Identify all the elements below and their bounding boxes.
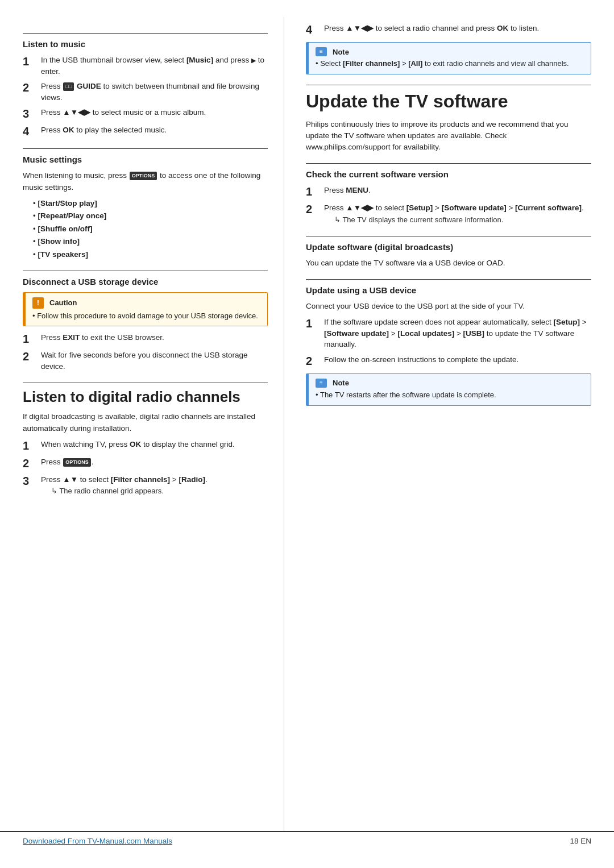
divider-update-usb — [306, 279, 591, 280]
list-item: [TV speakers] — [33, 249, 268, 260]
list-item: [Shuffle on/off] — [33, 223, 268, 235]
divider-disconnect-usb — [23, 271, 268, 271]
divider-listen-music — [23, 33, 268, 34]
footer-page: 18 EN — [570, 837, 591, 845]
list-item: [Show info] — [33, 236, 268, 247]
digital-radio-step4-area: 4 Press ▲▼◀▶ to select a radio channel a… — [306, 23, 591, 74]
guide-icon: □□ — [63, 82, 74, 91]
update-software-intro: Philips continuously tries to improve it… — [306, 119, 591, 153]
step-text: If the software update screen does not a… — [324, 317, 591, 350]
step-text: Press ▲▼◀▶ to select [Setup] > [Software… — [324, 202, 591, 225]
update-usb-note: ≡ Note • The TV restarts after the softw… — [306, 373, 591, 406]
step-text: Follow the on-screen instructions to com… — [324, 354, 591, 366]
note-text: • Select [Filter channels] > [All] to ex… — [316, 59, 584, 69]
step-text: When watching TV, press OK to display th… — [41, 439, 268, 450]
digital-radio-title: Listen to digital radio channels — [23, 389, 268, 406]
list-item: 1 Press MENU. — [306, 185, 591, 198]
note-icon-2: ≡ — [316, 379, 327, 388]
update-digital-title: Update software (digital broadcasts) — [306, 242, 591, 252]
list-item: [Repeat/Play once] — [33, 210, 268, 222]
options-icon-2: OPTIONS — [63, 458, 91, 467]
music-options-list: [Start/Stop play] [Repeat/Play once] [Sh… — [23, 198, 268, 260]
footer: Downloaded From TV-Manual.com Manuals 18… — [0, 831, 614, 845]
page: Listen to music 1 In the USB thumbnail b… — [0, 0, 614, 868]
note-label-2: Note — [333, 379, 349, 387]
list-item: 4 Press OK to play the selected music. — [23, 124, 268, 138]
step-text: Press ▲▼◀▶ to select music or a music al… — [41, 107, 268, 118]
step-text: Press □□ GUIDE to switch between thumbna… — [41, 81, 268, 103]
check-version-steps: 1 Press MENU. 2 Press ▲▼◀▶ to select [Se… — [306, 185, 591, 225]
update-software-title: Update the TV software — [306, 91, 591, 112]
list-item: 1 If the software update screen does not… — [306, 317, 591, 350]
step-text: Press ▲▼ to select [Filter channels] > [… — [41, 474, 268, 497]
divider-digital-radio — [23, 383, 268, 383]
note-label: Note — [333, 48, 349, 56]
step-text: In the USB thumbnail browser view, selec… — [41, 55, 268, 77]
caution-box: ! Caution • Follow this procedure to avo… — [23, 292, 268, 327]
list-item: 2 Wait for five seconds before you disco… — [23, 350, 268, 372]
update-usb-intro: Connect your USB device to the USB port … — [306, 301, 591, 312]
digital-radio-step4-list: 4 Press ▲▼◀▶ to select a radio channel a… — [306, 23, 591, 36]
disconnect-usb-title: Disconnect a USB storage device — [23, 277, 268, 286]
listen-music-steps: 1 In the USB thumbnail browser view, sel… — [23, 55, 268, 138]
list-item: 1 In the USB thumbnail browser view, sel… — [23, 55, 268, 77]
music-settings-title: Music settings — [23, 155, 268, 164]
update-usb-steps: 1 If the software update screen does not… — [306, 317, 591, 368]
list-item: 2 Press ▲▼◀▶ to select [Setup] > [Softwa… — [306, 202, 591, 225]
list-item: 1 When watching TV, press OK to display … — [23, 439, 268, 452]
note-header-2: ≡ Note — [316, 379, 584, 388]
digital-radio-note: ≡ Note • Select [Filter channels] > [All… — [306, 42, 591, 74]
footer-link[interactable]: Downloaded From TV-Manual.com Manuals — [23, 837, 172, 845]
note-text-2: • The TV restarts after the software upd… — [316, 390, 584, 401]
step-text: Press OK to play the selected music. — [41, 124, 268, 136]
disconnect-usb-steps: 1 Press EXIT to exit the USB browser. 2 … — [23, 332, 268, 372]
list-item: 4 Press ▲▼◀▶ to select a radio channel a… — [306, 23, 591, 36]
caution-icon: ! — [32, 297, 44, 309]
caution-header: ! Caution — [32, 297, 260, 309]
step-text: Press OPTIONS. — [41, 456, 268, 468]
divider-update-digital — [306, 236, 591, 236]
list-item: [Start/Stop play] — [33, 198, 268, 209]
divider-music-settings — [23, 148, 268, 149]
list-item: 1 Press EXIT to exit the USB browser. — [23, 332, 268, 346]
caution-label: Caution — [49, 298, 77, 307]
list-item: 2 Press OPTIONS. — [23, 456, 268, 470]
divider-check-version — [306, 163, 591, 164]
digital-radio-intro: If digital broadcasting is available, di… — [23, 411, 268, 434]
options-icon: OPTIONS — [130, 172, 157, 181]
update-usb-title: Update using a USB device — [306, 285, 591, 295]
step-sub: The radio channel grid appears. — [41, 486, 268, 497]
left-column: Listen to music 1 In the USB thumbnail b… — [0, 17, 284, 831]
listen-music-title: Listen to music — [23, 39, 268, 49]
step-sub: The TV displays the current software inf… — [324, 215, 591, 226]
check-version-title: Check the current software version — [306, 169, 591, 179]
step-text: Press MENU. — [324, 185, 591, 196]
note-icon: ≡ — [316, 47, 327, 56]
list-item: 3 Press ▲▼ to select [Filter channels] >… — [23, 474, 268, 497]
step-text: Press EXIT to exit the USB browser. — [41, 332, 268, 343]
caution-text: • Follow this procedure to avoid damage … — [32, 311, 260, 322]
step-text: Wait for five seconds before you disconn… — [41, 350, 268, 372]
list-item: 2 Press □□ GUIDE to switch between thumb… — [23, 81, 268, 103]
list-item: 3 Press ▲▼◀▶ to select music or a music … — [23, 107, 268, 121]
music-settings-intro: When listening to music, press OPTIONS t… — [23, 170, 268, 193]
divider-update-software — [306, 85, 591, 85]
update-digital-text: You can update the TV software via a USB… — [306, 258, 591, 269]
digital-radio-steps: 1 When watching TV, press OK to display … — [23, 439, 268, 497]
right-column: 4 Press ▲▼◀▶ to select a radio channel a… — [284, 17, 614, 831]
step-text: Press ▲▼◀▶ to select a radio channel and… — [324, 23, 591, 34]
list-item: 2 Follow the on-screen instructions to c… — [306, 354, 591, 368]
note-header: ≡ Note — [316, 47, 584, 56]
